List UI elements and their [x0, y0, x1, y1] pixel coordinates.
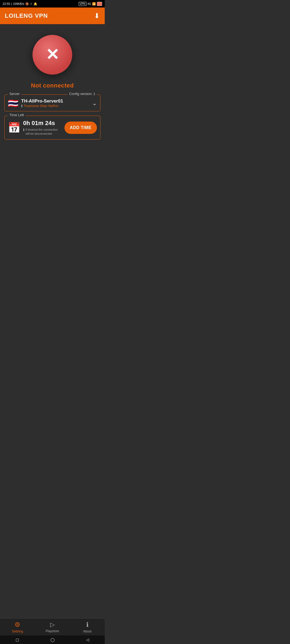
status-mute-icon: 🔕 [25, 2, 29, 6]
status-right: VPN 4G 📶 17 [79, 2, 102, 6]
time-warning-text: If timeout the connection will be discon… [26, 128, 62, 136]
time-left-box: Time Left 📅 0h 01m 24s ℹ If timeout the … [4, 116, 100, 140]
vpn-disconnect-icon: ✕ [46, 47, 59, 63]
status-time: 22:55 [3, 2, 10, 5]
server-info-icon: ℹ [21, 104, 23, 108]
server-box-label: Server [8, 92, 21, 96]
vpn-button-wrapper: ✕ [32, 35, 72, 75]
status-network: 4G [88, 2, 91, 5]
status-left: 22:55 | 109KB/s 🔕 ✓ 🔔 [3, 2, 37, 6]
status-check-icon: ✓ [30, 2, 32, 6]
calendar-clock-icon: 📅 [8, 123, 20, 133]
time-warning: ℹ If timeout the connection will be disc… [23, 128, 62, 136]
server-name: TH-AllPro-Server01 [21, 98, 63, 104]
app-title: LOILENG VPN [5, 12, 48, 19]
time-value: 0h 01m 24s [23, 120, 62, 127]
server-row[interactable]: 🇹🇭 TH-AllPro-Server01 ℹ Truemove Dtac No… [8, 98, 97, 108]
add-time-button[interactable]: ADD TIME [64, 122, 97, 134]
connection-status: Not connected [31, 82, 74, 89]
time-row: 📅 0h 01m 24s ℹ If timeout the connection… [8, 120, 97, 136]
time-left-label: Time Left [8, 113, 26, 117]
status-signal-icon: 📶 [92, 2, 96, 6]
time-details: 0h 01m 24s ℹ If timeout the connection w… [23, 120, 62, 136]
server-subtitle: Truemove Dtac NoPro [24, 104, 58, 108]
status-bar: 22:55 | 109KB/s 🔕 ✓ 🔔 VPN 4G 📶 17 [0, 0, 105, 8]
server-details: TH-AllPro-Server01 ℹ Truemove Dtac NoPro [21, 98, 63, 108]
status-separator: | [11, 2, 12, 5]
flag-icon: 🇹🇭 [8, 99, 19, 108]
server-box: Server Config version: 1 🇹🇭 TH-AllPro-Se… [4, 94, 100, 111]
status-battery: 17 [97, 2, 102, 6]
server-info: 🇹🇭 TH-AllPro-Server01 ℹ Truemove Dtac No… [8, 98, 63, 108]
vpn-connect-button[interactable]: ✕ [32, 35, 72, 75]
server-sub-row: ℹ Truemove Dtac NoPro [21, 104, 63, 108]
status-bell-icon: 🔔 [34, 2, 37, 6]
chevron-down-icon[interactable]: ⌄ [92, 100, 97, 107]
status-vpn-label: VPN [79, 2, 86, 6]
app-header: LOILENG VPN ⬇ [0, 8, 105, 24]
status-data: 109KB/s [13, 2, 24, 5]
time-left-info: 📅 0h 01m 24s ℹ If timeout the connection… [8, 120, 62, 136]
download-icon[interactable]: ⬇ [94, 12, 100, 20]
main-content: ✕ Not connected Server Config version: 1… [0, 24, 105, 144]
time-info-icon: ℹ [23, 128, 24, 132]
config-version-label: Config version: 1 [67, 92, 97, 96]
